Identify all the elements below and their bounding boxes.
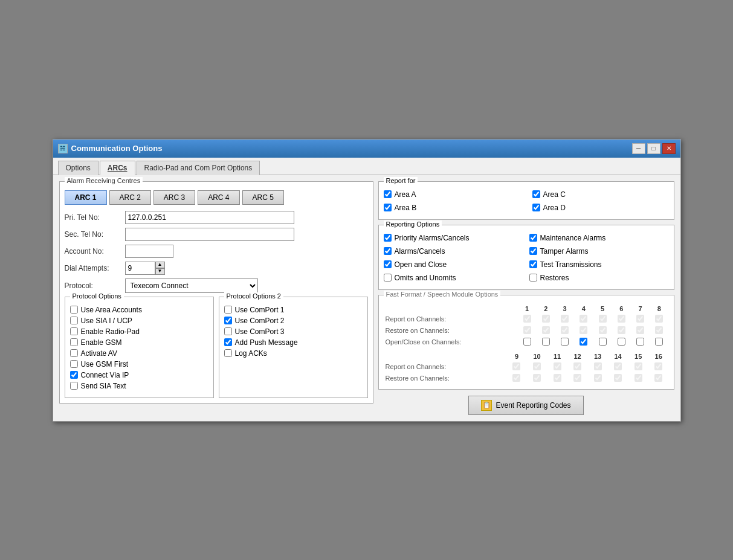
report-ch8 [655, 315, 663, 323]
col-11: 11 [547, 352, 567, 361]
maintenance-alarms-checkbox[interactable] [529, 234, 537, 242]
oc-ch3[interactable] [561, 338, 569, 346]
tab-radio-pad[interactable]: Radio-Pad and Com Port Options [137, 161, 260, 175]
protocol-options-2-box: Protocol Options 2 Use ComPort 1 Use Com… [219, 297, 368, 398]
oc-ch6[interactable] [618, 338, 625, 346]
dial-attempts-spinner: ▲ ▼ [125, 262, 165, 275]
col-8: 8 [650, 304, 668, 314]
use-gsm-first-checkbox[interactable] [70, 360, 78, 368]
report-ch12 [573, 362, 581, 370]
restore-ch1 [523, 326, 531, 334]
enable-radio-pad-checkbox[interactable] [70, 327, 78, 335]
dial-attempts-input[interactable] [125, 262, 155, 275]
priority-alarms-row: Priority Alarms/Cancels [384, 234, 523, 242]
sec-tel-input[interactable] [125, 228, 294, 241]
use-comport-1-label: Use ComPort 1 [235, 306, 285, 314]
report-ch10 [533, 362, 541, 370]
restore-ch6 [618, 326, 625, 334]
report-ch1 [523, 315, 531, 323]
log-acks-checkbox[interactable] [224, 349, 232, 357]
open-close-checkbox[interactable] [384, 260, 392, 268]
spin-down-button[interactable]: ▼ [155, 268, 165, 275]
restore-ch5 [599, 326, 607, 334]
use-comport-3-checkbox[interactable] [224, 327, 232, 335]
pri-tel-input[interactable] [125, 211, 294, 224]
close-button[interactable]: ✕ [662, 143, 676, 154]
tamper-alarms-checkbox[interactable] [529, 247, 537, 255]
arc-5-button[interactable]: ARC 5 [242, 190, 284, 205]
priority-alarms-label: Priority Alarms/Cancels [395, 234, 470, 242]
test-transmissions-checkbox[interactable] [529, 260, 537, 268]
alarms-cancels-checkbox[interactable] [384, 247, 392, 255]
report-ch3 [561, 315, 569, 323]
report-channels-label-1: Report on Channels: [384, 314, 518, 325]
protocol-options-1-label: Protocol Options [70, 292, 124, 300]
oc-ch7[interactable] [636, 338, 644, 346]
arc-2-button[interactable]: ARC 2 [109, 190, 151, 205]
enable-radio-pad-row: Enable Radio-Pad [70, 327, 208, 336]
col-7: 7 [631, 304, 650, 314]
event-reporting-button[interactable]: 📋 Event Reporting Codes [468, 396, 583, 415]
spinner-buttons: ▲ ▼ [155, 262, 165, 275]
area-a-checkbox[interactable] [384, 190, 392, 198]
oc-ch2[interactable] [542, 338, 550, 346]
restore-ch11 [554, 374, 561, 382]
dial-attempts-label: Dial Attempts: [65, 264, 125, 272]
arc-3-button[interactable]: ARC 3 [153, 190, 195, 205]
use-gsm-first-row: Use GSM First [70, 360, 208, 369]
use-comport-2-checkbox[interactable] [224, 317, 232, 324]
oc-ch4[interactable] [580, 338, 587, 346]
tab-options[interactable]: Options [58, 161, 98, 175]
connect-via-ip-label: Connect Via IP [81, 371, 129, 379]
report-ch2 [542, 315, 550, 323]
sec-tel-label: Sec. Tel No: [65, 230, 125, 239]
use-area-accounts-checkbox[interactable] [70, 306, 78, 314]
restore-ch9 [512, 374, 520, 382]
pri-tel-row: Pri. Tel No: [65, 211, 368, 224]
area-c-row: Area C [532, 190, 669, 199]
area-d-checkbox[interactable] [532, 204, 540, 211]
report-ch14 [614, 362, 622, 370]
col-3: 3 [555, 304, 574, 314]
minimize-button[interactable]: ─ [632, 143, 645, 154]
restore-ch15 [635, 374, 642, 382]
main-layout: Alarm Receiving Centres ARC 1 ARC 2 ARC … [59, 181, 674, 415]
tab-arcs[interactable]: ARCs [100, 161, 135, 175]
ff-table-2: 9 10 11 12 13 14 15 16 [384, 352, 669, 384]
window-controls: ─ □ ✕ [632, 143, 676, 154]
priority-alarms-checkbox[interactable] [384, 234, 392, 242]
spin-up-button[interactable]: ▲ [155, 262, 165, 268]
add-push-message-checkbox[interactable] [224, 338, 232, 346]
restores-checkbox[interactable] [529, 274, 537, 282]
omits-unomits-checkbox[interactable] [384, 274, 392, 282]
area-b-checkbox[interactable] [384, 204, 392, 211]
oc-ch5[interactable] [599, 338, 607, 346]
enable-gsm-checkbox[interactable] [70, 338, 78, 346]
col-9: 9 [506, 352, 527, 361]
protocol-select[interactable]: Texecom Connect SIA Fast Format Contact … [125, 278, 258, 293]
account-input[interactable] [125, 245, 173, 258]
area-a-row: Area A [384, 190, 520, 199]
alarm-receiving-label: Alarm Receiving Centres [65, 177, 143, 184]
oc-ch1[interactable] [523, 338, 531, 346]
use-area-accounts-label: Use Area Accounts [81, 306, 142, 314]
oc-ch8[interactable] [655, 338, 663, 346]
use-comport-1-checkbox[interactable] [224, 306, 232, 314]
fast-format-label: Fast Format / Speech Module Options [384, 291, 501, 298]
protocol-row: Protocol: Texecom Connect SIA Fast Forma… [65, 278, 368, 293]
report-ch11 [554, 362, 561, 370]
connect-via-ip-checkbox[interactable] [70, 371, 78, 379]
area-b-label: Area B [395, 204, 417, 212]
reporting-options-grid: Priority Alarms/Cancels Maintenance Alar… [384, 234, 669, 285]
use-sia-checkbox[interactable] [70, 317, 78, 324]
arc-4-button[interactable]: ARC 4 [198, 190, 239, 205]
activate-av-checkbox[interactable] [70, 349, 78, 357]
send-sia-text-checkbox[interactable] [70, 382, 78, 390]
arc-1-button[interactable]: ARC 1 [65, 190, 107, 205]
table-row: Report on Channels: [384, 361, 669, 373]
maximize-button[interactable]: □ [647, 143, 660, 154]
maintenance-alarms-row: Maintenance Alarms [529, 234, 669, 242]
content-area: Alarm Receiving Centres ARC 1 ARC 2 ARC … [53, 175, 680, 421]
area-c-checkbox[interactable] [532, 190, 540, 198]
restore-ch8 [655, 326, 663, 334]
